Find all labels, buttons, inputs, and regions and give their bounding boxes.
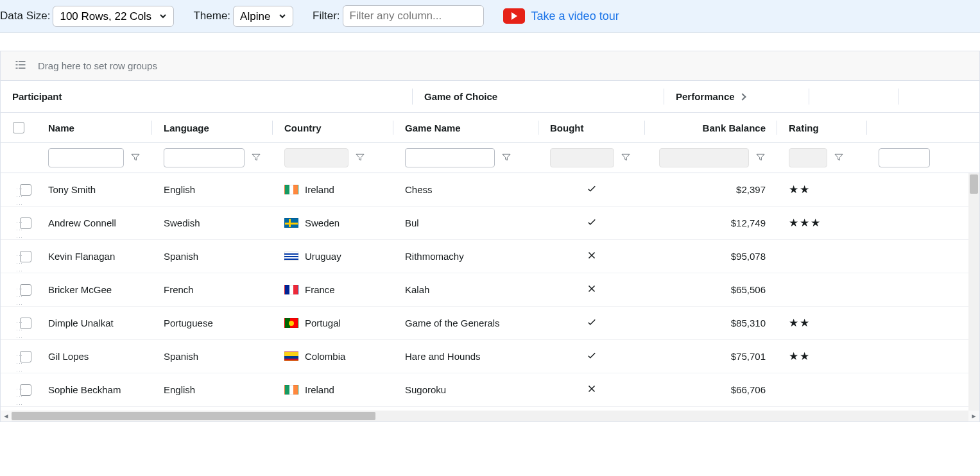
horizontal-scrollbar[interactable]: ◄ ►: [1, 411, 979, 421]
filter-icon[interactable]: [834, 152, 844, 164]
cell-language[interactable]: English: [152, 184, 273, 195]
drag-handle[interactable]: [1, 389, 20, 391]
table-row[interactable]: Bricker McGeeFrenchFranceKalah$65,506: [1, 273, 979, 307]
column-header-bought[interactable]: Bought: [538, 113, 645, 142]
cell-country[interactable]: France: [273, 284, 393, 295]
cell-bank[interactable]: $2,397: [645, 184, 777, 195]
table-row[interactable]: Sophie BeckhamEnglishIrelandSugoroku$66,…: [1, 373, 979, 407]
filter-input[interactable]: [343, 5, 484, 27]
table-row[interactable]: Tony SmithEnglishIrelandChess$2,397★★: [1, 173, 979, 207]
cell-game[interactable]: Hare and Hounds: [393, 351, 538, 362]
cell-language[interactable]: Swedish: [152, 217, 273, 228]
filter-game-input[interactable]: [405, 148, 495, 167]
rows-container[interactable]: Tony SmithEnglishIrelandChess$2,397★★And…: [1, 173, 979, 411]
column-group-participant[interactable]: Participant: [1, 81, 413, 112]
select-all-checkbox[interactable]: [13, 122, 24, 133]
column-header-game[interactable]: Game Name: [393, 113, 538, 142]
table-row[interactable]: Kevin FlanaganSpanishUruguayRithmomachy$…: [1, 240, 979, 273]
cell-language[interactable]: Portuguese: [152, 318, 273, 328]
column-group-game[interactable]: Game of Choice: [413, 81, 664, 112]
row-group-dropzone[interactable]: Drag here to set row groups: [1, 51, 979, 81]
cell-game[interactable]: Kalah: [393, 284, 538, 295]
filter-icon[interactable]: [130, 152, 141, 164]
cell-country[interactable]: Colombia: [273, 351, 393, 362]
filter-icon[interactable]: [501, 152, 511, 164]
theme-select[interactable]: Alpine: [233, 6, 293, 27]
cell-bought[interactable]: [538, 250, 645, 263]
filter-icon[interactable]: [755, 152, 766, 164]
table-row[interactable]: Andrew ConnellSwedishSwedenBul$12,749★★★: [1, 207, 979, 240]
cell-bank[interactable]: $95,078: [645, 251, 777, 262]
cell-name[interactable]: Kevin Flanagan: [37, 251, 152, 262]
filter-bank-input[interactable]: [659, 148, 749, 167]
drag-handle[interactable]: [1, 222, 20, 225]
cell-game[interactable]: Rithmomachy: [393, 251, 538, 262]
cell-game[interactable]: Game of the Generals: [393, 318, 538, 328]
filter-icon[interactable]: [621, 152, 631, 164]
cell-language[interactable]: English: [152, 384, 273, 395]
column-header-language[interactable]: Language: [152, 113, 273, 142]
select-all-header[interactable]: [1, 113, 37, 142]
drag-handle[interactable]: [1, 189, 20, 191]
cell-bank[interactable]: $66,706: [645, 384, 777, 395]
cell-rating[interactable]: ★★: [777, 316, 867, 330]
cell-name[interactable]: Tony Smith: [37, 184, 152, 195]
drag-handle[interactable]: [1, 289, 20, 291]
cell-name[interactable]: Gil Lopes: [37, 351, 152, 362]
video-tour-link[interactable]: Take a video tour: [503, 8, 619, 24]
cell-game[interactable]: Sugoroku: [393, 384, 538, 395]
cell-name[interactable]: Andrew Connell: [37, 217, 152, 228]
cell-language[interactable]: Spanish: [152, 251, 273, 262]
scroll-right-icon[interactable]: ►: [968, 411, 979, 421]
scrollbar-thumb[interactable]: [970, 174, 978, 194]
drag-handle[interactable]: [1, 355, 20, 358]
drag-handle[interactable]: [1, 255, 20, 258]
cell-name[interactable]: Dimple Unalkat: [37, 318, 152, 328]
cell-game[interactable]: Bul: [393, 217, 538, 228]
cell-bank[interactable]: $12,749: [645, 217, 777, 228]
cell-name[interactable]: Bricker McGee: [37, 284, 152, 295]
cell-bought[interactable]: [538, 350, 645, 363]
cell-country[interactable]: Uruguay: [273, 251, 393, 262]
cell-bought[interactable]: [538, 216, 645, 230]
drag-handle[interactable]: [1, 322, 20, 325]
column-header-rating[interactable]: Rating: [777, 113, 867, 142]
cell-bought[interactable]: [538, 283, 645, 296]
cell-rating[interactable]: ★★★: [777, 216, 867, 230]
filter-extra-input[interactable]: [879, 148, 930, 167]
column-header-country[interactable]: Country: [273, 113, 393, 142]
cell-name[interactable]: Sophie Beckham: [37, 384, 152, 395]
filter-icon[interactable]: [251, 152, 261, 164]
table-row[interactable]: Gil LopesSpanishColombiaHare and Hounds$…: [1, 340, 979, 373]
cell-country[interactable]: Ireland: [273, 384, 393, 395]
vertical-scrollbar[interactable]: [968, 173, 979, 411]
filter-rating-input[interactable]: [789, 148, 827, 167]
column-header-bank[interactable]: Bank Balance: [645, 113, 777, 142]
cell-game[interactable]: Chess: [393, 184, 538, 195]
cell-bank[interactable]: $65,506: [645, 284, 777, 295]
column-group-performance[interactable]: Performance: [664, 81, 809, 112]
column-header-name[interactable]: Name: [37, 113, 152, 142]
cell-bought[interactable]: [538, 383, 645, 396]
cell-bank[interactable]: $85,310: [645, 318, 777, 328]
scrollbar-thumb[interactable]: [12, 412, 375, 420]
cell-rating[interactable]: ★★: [777, 350, 867, 363]
cell-rating[interactable]: ★★: [777, 183, 867, 196]
cell-bought[interactable]: [538, 316, 645, 330]
cell-country[interactable]: Ireland: [273, 184, 393, 195]
scroll-left-icon[interactable]: ◄: [1, 411, 12, 421]
cell-bank[interactable]: $75,701: [645, 351, 777, 362]
data-size-select[interactable]: 100 Rows, 22 Cols: [53, 6, 174, 27]
filter-bought-input[interactable]: [550, 148, 614, 167]
star-icon: ★★: [789, 350, 811, 363]
filter-icon[interactable]: [355, 152, 365, 164]
cell-language[interactable]: French: [152, 284, 273, 295]
filter-language-input[interactable]: [164, 148, 245, 167]
table-row[interactable]: Dimple UnalkatPortuguesePortugalGame of …: [1, 307, 979, 340]
cell-language[interactable]: Spanish: [152, 351, 273, 362]
filter-country-input[interactable]: [284, 148, 348, 167]
cell-country[interactable]: Portugal: [273, 318, 393, 328]
cell-country[interactable]: Sweden: [273, 217, 393, 228]
filter-name-input[interactable]: [48, 148, 124, 167]
cell-bought[interactable]: [538, 183, 645, 196]
